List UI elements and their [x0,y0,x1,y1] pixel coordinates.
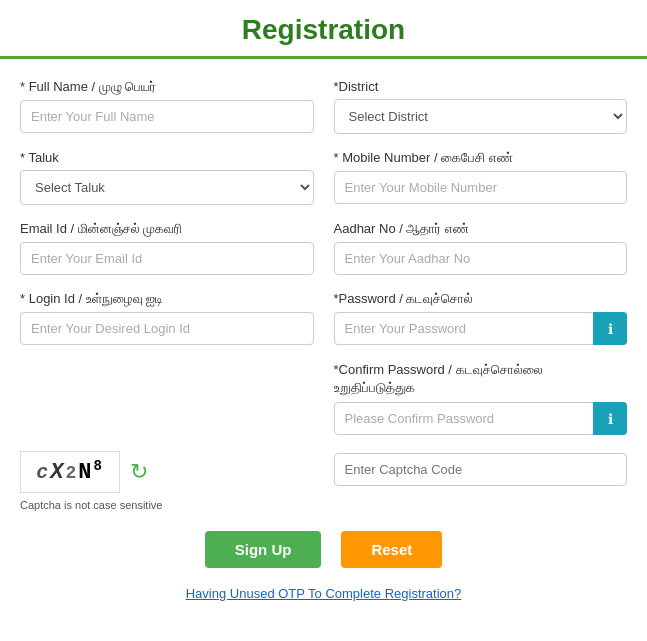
taluk-label: * Taluk [20,150,314,165]
reset-button[interactable]: Reset [341,531,442,568]
full-name-group: * Full Name / முழு பெயர் [20,79,314,134]
password-group: *Password / கடவுச்சொல் ℹ [334,291,628,345]
otp-link-row: Having Unused OTP To Complete Registrati… [20,584,627,602]
page-title: Registration [0,14,647,46]
aadhar-label: Aadhar No / ஆதார் எண் [334,221,628,237]
password-input-wrapper: ℹ [334,312,628,345]
captcha-row: cX2N8 ↻ Captcha is not case sensitive [20,451,627,510]
email-label: Email Id / மின்னஞ்சல் முகவரி [20,221,314,237]
captcha-right [334,451,628,486]
district-select[interactable]: Select District [334,99,628,134]
confirm-password-label: *Confirm Password / கடவுச்சொல்லை உறுதிப்… [334,361,628,397]
confirm-password-info-icon[interactable]: ℹ [593,402,627,435]
confirm-password-input-wrapper: ℹ [334,402,628,435]
email-input[interactable] [20,242,314,275]
district-label: *District [334,79,628,94]
captcha-hint: Captcha is not case sensitive [20,499,314,511]
password-info-icon[interactable]: ℹ [593,312,627,345]
password-input[interactable] [334,312,628,345]
login-id-group: * Login Id / உள்நுழைவு ஐடி [20,291,314,345]
mobile-group: * Mobile Number / கைபேசி எண் [334,150,628,205]
otp-link[interactable]: Having Unused OTP To Complete Registrati… [186,586,462,601]
captcha-image: cX2N8 [20,451,120,492]
district-group: *District Select District [334,79,628,134]
aadhar-input[interactable] [334,242,628,275]
password-label: *Password / கடவுச்சொல் [334,291,628,307]
login-id-label: * Login Id / உள்நுழைவு ஐடி [20,291,314,307]
taluk-group: * Taluk Select Taluk [20,150,314,205]
empty-left [20,361,314,435]
taluk-select[interactable]: Select Taluk [20,170,314,205]
full-name-input[interactable] [20,100,314,133]
button-row: Sign Up Reset [20,531,627,568]
captcha-left: cX2N8 ↻ Captcha is not case sensitive [20,451,314,510]
email-group: Email Id / மின்னஞ்சல் முகவரி [20,221,314,275]
signup-button[interactable]: Sign Up [205,531,322,568]
confirm-password-input[interactable] [334,402,628,435]
captcha-refresh-icon[interactable]: ↻ [130,459,148,485]
mobile-input[interactable] [334,171,628,204]
login-id-input[interactable] [20,312,314,345]
aadhar-group: Aadhar No / ஆதார் எண் [334,221,628,275]
full-name-label: * Full Name / முழு பெயர் [20,79,314,95]
captcha-image-container: cX2N8 ↻ [20,451,314,492]
captcha-input[interactable] [334,453,628,486]
confirm-password-group: *Confirm Password / கடவுச்சொல்லை உறுதிப்… [334,361,628,435]
mobile-label: * Mobile Number / கைபேசி எண் [334,150,628,166]
